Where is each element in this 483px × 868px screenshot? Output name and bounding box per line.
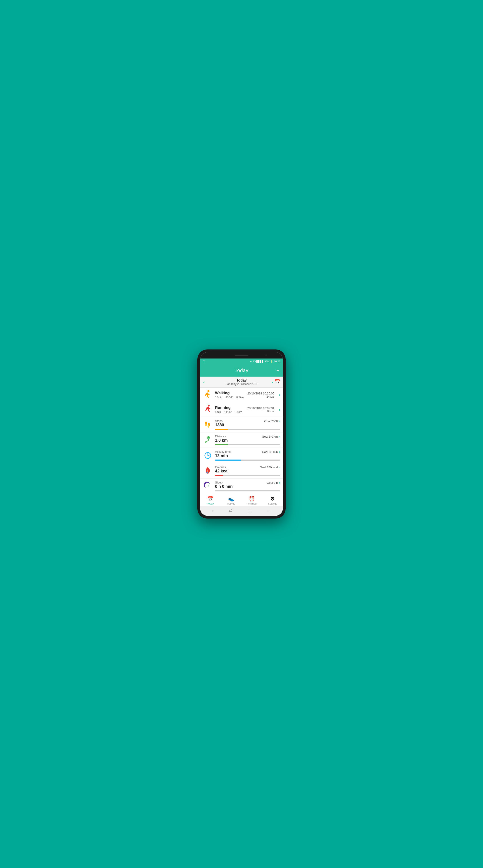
signal-icon: ▋▋▋▋ bbox=[256, 360, 264, 363]
steps-goal: Goal 7000 › bbox=[264, 419, 280, 423]
android-recent-button[interactable]: ⏎ bbox=[229, 508, 232, 514]
svg-point-7 bbox=[208, 437, 209, 438]
time-display: 10:26 bbox=[274, 360, 280, 363]
status-right: ✦ 4G ▋▋▋▋ 93% 🔋 10:26 bbox=[250, 360, 280, 363]
running-pace: 11'06" bbox=[224, 410, 231, 414]
running-stats: 8min 11'06" 0.8km bbox=[215, 410, 247, 414]
calories-goal: Goal 350 kcal › bbox=[260, 465, 280, 469]
nav-reminder[interactable]: ⏰ Reminder bbox=[242, 496, 262, 505]
today-nav-icon: 📅 bbox=[207, 496, 214, 502]
calories-value: 42 kcal bbox=[215, 469, 229, 473]
notification-icon: ☑ bbox=[203, 360, 205, 363]
sleep-metric-row[interactable]: z z z Sleep 0 h 0 min Goal 8 h › bbox=[200, 478, 283, 494]
sleep-value: 0 h 0 min bbox=[215, 484, 233, 489]
running-activity-row[interactable]: Running 8min 11'06" 0.8km 20/10/2018 10:… bbox=[200, 402, 283, 417]
activity-time-goal-text: Goal 30 min bbox=[262, 450, 278, 454]
steps-progress-bg bbox=[215, 429, 280, 430]
running-calories: 39kcal bbox=[247, 410, 274, 413]
activity-time-icon bbox=[203, 450, 213, 460]
steps-goal-text: Goal 7000 bbox=[264, 420, 278, 423]
nav-today[interactable]: 📅 Today bbox=[200, 496, 221, 505]
android-home-button[interactable]: ▢ bbox=[248, 508, 252, 514]
svg-text:z: z bbox=[209, 483, 210, 484]
calendar-icon[interactable]: 📅 bbox=[275, 379, 281, 385]
distance-goal-text: Goal 5.0 km bbox=[262, 435, 278, 438]
steps-metric-row[interactable]: Steps 1380 Goal 7000 › bbox=[200, 417, 283, 432]
distance-goal-chevron: › bbox=[279, 435, 280, 438]
nav-settings[interactable]: ⚙ Settings bbox=[262, 496, 283, 505]
main-content: Walking 10min 13'51" 0.7km 20/10/2018 10… bbox=[200, 388, 283, 494]
distance-value: 1.0 km bbox=[215, 438, 228, 443]
calories-goal-chevron: › bbox=[279, 465, 280, 469]
walking-label: Walking bbox=[215, 391, 247, 395]
activity-time-goal: Goal 30 min › bbox=[262, 450, 280, 454]
activity-time-progress-bg bbox=[215, 460, 280, 461]
status-bar: ☑ ✦ 4G ▋▋▋▋ 93% 🔋 10:26 bbox=[200, 359, 283, 364]
steps-label: Steps bbox=[215, 419, 224, 423]
svg-point-1 bbox=[208, 405, 209, 407]
battery-label: 93% bbox=[264, 360, 269, 363]
camera-dot bbox=[265, 354, 267, 356]
activity-nav-icon: 👟 bbox=[228, 496, 234, 502]
running-duration: 8min bbox=[215, 410, 221, 414]
calories-label: Calories bbox=[215, 465, 229, 469]
running-info: Running 8min 11'06" 0.8km bbox=[215, 405, 247, 414]
next-day-button[interactable]: › bbox=[272, 379, 273, 385]
svg-point-14 bbox=[206, 472, 208, 473]
activity-time-content: Activity time 12 min Goal 30 min › bbox=[215, 450, 280, 462]
running-datetime: 20/10/2018 10:09:34 39kcal bbox=[247, 406, 274, 413]
settings-nav-icon: ⚙ bbox=[270, 496, 275, 502]
svg-rect-13 bbox=[207, 452, 209, 453]
date-center: Today Saturday 20 October 2018 bbox=[226, 378, 258, 385]
running-label: Running bbox=[215, 405, 247, 410]
calories-icon bbox=[203, 465, 213, 475]
steps-progress-fill bbox=[215, 429, 228, 430]
walking-duration: 10min bbox=[215, 396, 223, 399]
date-navigation: ‹ Today Saturday 20 October 2018 › 📅 bbox=[200, 377, 283, 388]
activity-time-goal-chevron: › bbox=[279, 450, 280, 454]
walking-icon bbox=[203, 390, 213, 400]
running-distance: 0.8km bbox=[235, 410, 242, 414]
distance-metric-row[interactable]: Distance 1.0 km Goal 5.0 km › bbox=[200, 432, 283, 448]
date-title: Today bbox=[226, 378, 258, 382]
walking-activity-row[interactable]: Walking 10min 13'51" 0.7km 20/10/2018 10… bbox=[200, 388, 283, 402]
steps-goal-chevron: › bbox=[279, 419, 280, 423]
settings-nav-label: Settings bbox=[268, 502, 277, 505]
walking-chevron: › bbox=[279, 393, 280, 397]
reminder-nav-icon: ⏰ bbox=[249, 496, 255, 502]
steps-content: Steps 1380 Goal 7000 › bbox=[215, 419, 280, 431]
svg-point-0 bbox=[207, 390, 209, 392]
phone-top-hardware bbox=[200, 352, 283, 359]
calories-progress-fill bbox=[215, 475, 223, 476]
walking-info: Walking 10min 13'51" 0.7km bbox=[215, 391, 247, 399]
nav-activity[interactable]: 👟 Activity bbox=[221, 496, 242, 505]
sleep-goal-chevron: › bbox=[279, 481, 280, 485]
android-dots-button[interactable]: • bbox=[212, 509, 214, 514]
walking-pace: 13'51" bbox=[226, 396, 233, 399]
prev-day-button[interactable]: ‹ bbox=[203, 379, 205, 385]
activity-time-header: Activity time 12 min Goal 30 min › bbox=[215, 450, 280, 458]
share-button[interactable]: ⤳ bbox=[276, 368, 279, 373]
calories-metric-row[interactable]: Calories 42 kcal Goal 350 kcal › bbox=[200, 463, 283, 478]
calories-progress-bg bbox=[215, 475, 280, 476]
distance-label: Distance bbox=[215, 435, 228, 438]
activity-time-label: Activity time bbox=[215, 450, 231, 454]
walking-stats: 10min 13'51" 0.7km bbox=[215, 396, 247, 399]
distance-progress-fill bbox=[215, 444, 228, 445]
battery-icon: 🔋 bbox=[270, 360, 273, 363]
status-left: ☑ bbox=[203, 360, 205, 363]
distance-content: Distance 1.0 km Goal 5.0 km › bbox=[215, 435, 280, 446]
network-label: 4G bbox=[253, 360, 256, 363]
running-icon bbox=[203, 405, 213, 414]
sleep-content: Sleep 0 h 0 min Goal 8 h › bbox=[215, 481, 280, 492]
header-title: Today bbox=[234, 368, 248, 373]
walking-date-value: 20/10/2018 10:20:05 bbox=[247, 392, 274, 395]
calories-content: Calories 42 kcal Goal 350 kcal › bbox=[215, 465, 280, 477]
calories-header: Calories 42 kcal Goal 350 kcal › bbox=[215, 465, 280, 473]
steps-value: 1380 bbox=[215, 423, 224, 428]
distance-goal: Goal 5.0 km › bbox=[262, 435, 280, 438]
bluetooth-icon: ✦ bbox=[250, 360, 252, 363]
activity-time-metric-row[interactable]: Activity time 12 min Goal 30 min › bbox=[200, 448, 283, 463]
android-back-button[interactable]: ← bbox=[266, 509, 271, 514]
walking-datetime: 20/10/2018 10:20:05 24kcal bbox=[247, 392, 274, 398]
